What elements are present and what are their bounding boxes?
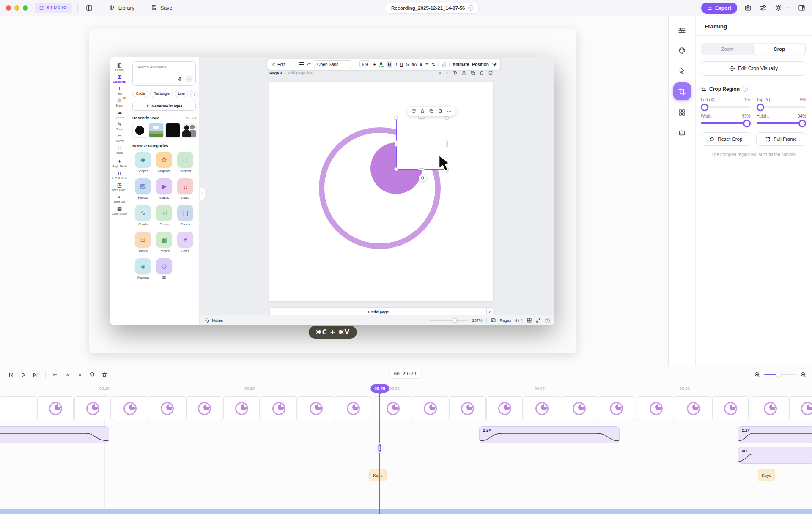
- notes-button[interactable]: Notes: [204, 317, 223, 323]
- playhead-drag-handle[interactable]: [378, 443, 382, 453]
- new-page-icon[interactable]: [488, 71, 493, 76]
- see-all-link[interactable]: See all: [186, 116, 196, 120]
- partial-track[interactable]: [0, 509, 812, 514]
- filmstrip-frame[interactable]: [335, 396, 371, 420]
- filmstrip-frame[interactable]: [112, 396, 148, 420]
- move-page-down-icon[interactable]: ∨: [445, 71, 448, 75]
- zoom-clip[interactable]: 2.2×: [738, 426, 812, 443]
- trash-icon[interactable]: [438, 109, 443, 114]
- text-case-button[interactable]: aA: [411, 62, 417, 67]
- grid-view-icon[interactable]: [527, 317, 532, 323]
- collapse-panel-tab[interactable]: ‹: [200, 187, 205, 200]
- rail-item[interactable]: ☁ Uploads: [111, 109, 129, 119]
- rail-item[interactable]: ∷ Apps: [111, 145, 129, 154]
- category-item[interactable]: ∿ Charts: [135, 205, 151, 226]
- filmstrip-frame[interactable]: [675, 396, 711, 420]
- lock-icon[interactable]: [461, 71, 466, 76]
- zoom-out-icon[interactable]: [754, 372, 760, 378]
- fullscreen-icon[interactable]: [536, 318, 541, 323]
- adjustments-tool-button[interactable]: [675, 23, 690, 38]
- appearance-tool-button[interactable]: [675, 43, 690, 58]
- pages-icon[interactable]: [491, 317, 496, 323]
- framing-tab[interactable]: Zoom: [702, 44, 754, 55]
- rail-item[interactable]: ♕ Brand: [111, 98, 129, 107]
- rail-item[interactable]: ◧ Design: [111, 62, 129, 71]
- slider-thumb[interactable]: [757, 104, 764, 111]
- list-button[interactable]: ≣: [425, 62, 429, 67]
- skip-to-end-button[interactable]: [30, 369, 41, 380]
- font-size-increase-button[interactable]: +: [373, 62, 376, 67]
- zoom-in-icon[interactable]: [800, 372, 807, 378]
- preferences-button[interactable]: [759, 3, 768, 12]
- layers-button[interactable]: [87, 369, 98, 380]
- duplicate-icon[interactable]: [429, 109, 434, 114]
- eye-icon[interactable]: [452, 70, 458, 76]
- effect-clip[interactable]: 3D: [738, 447, 812, 464]
- library-button[interactable]: Library: [107, 3, 137, 13]
- filmstrip-frame[interactable]: [752, 396, 788, 420]
- help-icon[interactable]: ?: [545, 318, 550, 323]
- category-item[interactable]: ▶ Videos: [156, 178, 172, 200]
- slider-thumb[interactable]: [701, 104, 708, 111]
- lock-icon[interactable]: [420, 109, 425, 114]
- skip-to-start-button[interactable]: [5, 369, 16, 380]
- filmstrip-frame[interactable]: [37, 396, 74, 420]
- design-page[interactable]: [269, 82, 493, 301]
- stroke-weight-icon[interactable]: [299, 62, 303, 66]
- bold-button[interactable]: B: [387, 61, 393, 68]
- zoom-window-button[interactable]: [23, 5, 28, 11]
- category-item[interactable]: ▨ Photos: [135, 178, 151, 200]
- category-item[interactable]: ✿ Graphics: [156, 152, 172, 173]
- slider-thumb[interactable]: [743, 120, 751, 127]
- shape-chip[interactable]: Rectangle: [150, 90, 173, 97]
- font-size-decrease-button[interactable]: –: [354, 62, 357, 67]
- export-button[interactable]: Export: [701, 3, 737, 14]
- reset-crop-button[interactable]: Reset Crop: [701, 132, 751, 146]
- font-size-value[interactable]: 6.9: [359, 60, 370, 68]
- selection-handle-s[interactable]: [418, 168, 425, 170]
- category-item[interactable]: ☺ Stickers: [177, 152, 193, 173]
- underline-button[interactable]: U: [400, 62, 403, 67]
- selection-handle-n[interactable]: [418, 117, 425, 119]
- filmstrip-frame[interactable]: [298, 396, 334, 420]
- move-page-up-icon[interactable]: ∧: [439, 71, 442, 75]
- selection-handle-ne[interactable]: [445, 116, 449, 120]
- edit-button[interactable]: Edit: [271, 62, 285, 67]
- thumbnail-black-square[interactable]: [165, 123, 180, 138]
- cursor-tool-button[interactable]: [675, 63, 690, 78]
- chips-overflow-icon[interactable]: ›: [191, 92, 197, 98]
- align-button[interactable]: ≡: [420, 62, 422, 67]
- category-item[interactable]: ▣ Frames: [156, 232, 172, 253]
- category-item[interactable]: ◈ Mockups: [135, 258, 151, 279]
- slider-thumb[interactable]: [798, 120, 806, 127]
- playhead-time-badge[interactable]: 00:29: [370, 384, 389, 393]
- info-icon[interactable]: i: [743, 87, 748, 92]
- crop-slider[interactable]: [757, 106, 807, 108]
- rail-item[interactable]: ▦ Code Image: [111, 206, 129, 215]
- rotate-handle[interactable]: [419, 174, 426, 182]
- thumbnail-landscape-photo[interactable]: [149, 123, 164, 138]
- toggle-left-sidebar-button[interactable]: [83, 3, 95, 13]
- style-roller-icon[interactable]: [492, 62, 497, 67]
- animate-button[interactable]: Animate: [453, 62, 469, 67]
- selection-handle-e[interactable]: [446, 140, 448, 147]
- appearance-chevron-button[interactable]: [785, 5, 791, 11]
- category-item[interactable]: ♫ Audio: [177, 178, 193, 200]
- layout-tool-button[interactable]: [675, 105, 690, 120]
- keystroke-clip[interactable]: Keys: [369, 469, 387, 481]
- framing-tool-button[interactable]: [673, 82, 691, 100]
- filmstrip-frame[interactable]: [149, 396, 185, 420]
- toggle-right-panel-button[interactable]: [797, 3, 806, 12]
- full-frame-button[interactable]: Full Frame: [756, 132, 807, 146]
- filmstrip-frame[interactable]: [598, 396, 634, 420]
- category-item[interactable]: ◇ 3D: [156, 258, 172, 279]
- automation-tool-button[interactable]: [675, 125, 690, 140]
- minimize-window-button[interactable]: [14, 5, 19, 11]
- rail-item[interactable]: ◐ Light Lab: [111, 194, 129, 203]
- rail-item[interactable]: ⊞ Elements: [111, 74, 129, 83]
- filmstrip-frame[interactable]: [789, 396, 812, 420]
- framing-tab[interactable]: Crop: [754, 44, 806, 55]
- category-item[interactable]: ☑ Forms: [156, 205, 172, 226]
- filmstrip-frame[interactable]: [261, 396, 297, 420]
- keystroke-clip[interactable]: Keys: [758, 469, 775, 481]
